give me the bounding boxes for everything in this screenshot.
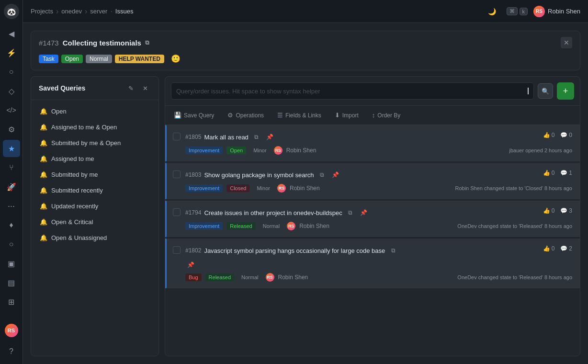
order-by-icon: ↕ <box>372 112 375 119</box>
order-by-label: Order By <box>377 112 400 119</box>
issue-name-1803: Show golang package in symbol search <box>204 171 314 179</box>
search-button[interactable]: 🔍 <box>538 83 553 99</box>
issue-checkbox-1802[interactable] <box>173 246 181 254</box>
comment-icon-1802: 💬 <box>560 245 567 252</box>
issue-row-1794[interactable]: #1794 Create issues in other project in … <box>165 201 580 238</box>
save-query-icon: 💾 <box>174 112 181 119</box>
order-by-button[interactable]: ↕ Order By <box>369 110 404 121</box>
theme-toggle-button[interactable]: 🌙 <box>484 3 501 20</box>
import-label: Import <box>342 112 359 119</box>
thumbs-up-1794[interactable]: 👍 0 <box>543 207 555 214</box>
comment-icon-1794: 💬 <box>560 207 567 214</box>
thumbs-up-1805[interactable]: 👍 0 <box>543 132 555 138</box>
saved-queries-header: Saved Queries ✎ ✕ <box>31 77 158 100</box>
breadcrumb-projects[interactable]: Projects <box>31 8 53 15</box>
user-avatar-sidebar[interactable]: RS <box>5 324 18 337</box>
save-query-label: Save Query <box>184 112 214 119</box>
badge-improvement-1803: Improvement <box>185 184 223 192</box>
comments-1803[interactable]: 💬 1 <box>560 170 572 176</box>
issue-copy-1794[interactable]: ⧉ <box>345 207 356 218</box>
issue-pin-1794[interactable]: 📌 <box>359 207 369 218</box>
top-nav-right: 🌙 ⌘ k RS Robin Shen <box>484 3 580 20</box>
bell-icon-4: 🔔 <box>40 155 47 162</box>
breadcrumb-sep-2: › <box>85 7 87 16</box>
breadcrumb-server[interactable]: server <box>90 8 107 15</box>
badge-minor-1803: Minor <box>253 184 273 192</box>
fields-links-label: Fields & Links <box>285 112 321 119</box>
saved-queries-close-button[interactable]: ✕ <box>139 82 151 94</box>
sidebar-item-collapse[interactable]: ◀ <box>3 25 20 42</box>
fields-links-button[interactable]: ☰ Fields & Links <box>274 110 324 121</box>
sidebar-item-diamond[interactable]: ♦ <box>3 216 20 234</box>
issue-title-area-1802: #1802 Javascript symbol parsing hangs oc… <box>185 245 538 256</box>
query-label-3: Submitted by me & Open <box>51 139 121 147</box>
sidebar-item-activity[interactable]: ○ <box>3 63 20 80</box>
issue-copy-1805[interactable]: ⧉ <box>251 132 262 142</box>
thumbs-up-icon-1794: 👍 <box>543 207 550 214</box>
query-item-submitted-open[interactable]: 🔔 Submitted by me & Open <box>35 136 155 150</box>
thumbs-up-1803[interactable]: 👍 0 <box>543 170 555 176</box>
sidebar-item-grid[interactable]: ▣ <box>3 255 20 272</box>
issue-pin-1802[interactable]: 📌 <box>185 260 196 270</box>
sidebar-item-chart[interactable]: ▤ <box>3 274 20 291</box>
comments-1794[interactable]: 💬 3 <box>560 207 572 214</box>
issue-close-button[interactable]: ✕ <box>561 37 572 48</box>
operations-button[interactable]: ⚙ Operations <box>225 110 267 121</box>
bell-icon-8: 🔔 <box>40 218 47 226</box>
import-button[interactable]: ⬇ Import <box>332 110 362 121</box>
issue-row-1803[interactable]: #1803 Show golang package in symbol sear… <box>165 163 580 200</box>
cmd-key: ⌘ <box>507 7 518 15</box>
issue-top-1802: #1802 Javascript symbol parsing hangs oc… <box>173 245 572 256</box>
thumbs-up-1802[interactable]: 👍 0 <box>543 245 555 252</box>
bell-icon-2: 🔔 <box>40 124 47 131</box>
issue-row-1805[interactable]: #1805 Mark all as read ⧉ 📌 👍 0 <box>165 125 580 162</box>
issue-row-1802[interactable]: #1802 Javascript symbol parsing hangs oc… <box>165 239 580 289</box>
issue-copy-button[interactable]: ⧉ <box>145 39 149 46</box>
query-item-submitted-me[interactable]: 🔔 Submitted by me <box>35 167 155 182</box>
sidebar-item-help[interactable]: ? <box>3 343 20 360</box>
query-label-1: Open <box>51 108 67 115</box>
add-issue-button[interactable]: + <box>557 82 574 100</box>
breadcrumb-onedev[interactable]: onedev <box>61 8 82 15</box>
thumbs-up-count-1794: 0 <box>552 207 555 214</box>
query-bar: 🔍 + <box>165 77 580 106</box>
query-item-assigned-open[interactable]: 🔔 Assigned to me & Open <box>35 120 155 135</box>
query-input-wrapper[interactable] <box>171 82 534 100</box>
sidebar-item-dashboard[interactable]: ⚡ <box>3 44 20 61</box>
issue-copy-1802[interactable]: ⧉ <box>388 245 398 256</box>
sidebar-item-issues[interactable]: ★ <box>3 140 20 157</box>
issue-checkbox-1803[interactable] <box>173 171 181 178</box>
sidebar-item-settings[interactable]: ⚙ <box>3 121 20 138</box>
user-name: Robin Shen <box>548 8 580 15</box>
issue-pin-1805[interactable]: 📌 <box>265 132 275 142</box>
bell-icon-7: 🔔 <box>40 203 47 210</box>
sidebar-item-code[interactable]: </> <box>3 102 20 119</box>
issue-actions-1794: 👍 0 💬 3 <box>543 207 572 214</box>
query-item-assigned-me[interactable]: 🔔 Assigned to me <box>35 151 155 166</box>
issue-checkbox-1794[interactable] <box>173 208 181 216</box>
user-menu[interactable]: RS Robin Shen <box>533 6 580 17</box>
sidebar-item-more[interactable]: ··· <box>3 197 20 215</box>
comments-1802[interactable]: 💬 2 <box>560 245 572 252</box>
sidebar-item-rocket[interactable]: 🚀 <box>3 178 20 195</box>
issue-copy-1803[interactable]: ⧉ <box>317 170 327 180</box>
app-logo[interactable]: 🐼 <box>4 4 19 19</box>
sidebar-item-packages[interactable]: ◇ <box>3 82 20 100</box>
sidebar-item-pulls[interactable]: ⑂ <box>3 159 20 176</box>
sidebar-item-circle[interactable]: ○ <box>3 236 20 253</box>
comment-count-1805: 0 <box>569 132 572 138</box>
saved-queries-edit-button[interactable]: ✎ <box>125 82 136 94</box>
comments-1805[interactable]: 💬 0 <box>560 132 572 138</box>
issue-pin-1803[interactable]: 📌 <box>330 170 340 180</box>
sidebar-item-puzzle[interactable]: ⊞ <box>3 293 20 310</box>
query-item-open[interactable]: 🔔 Open <box>35 104 155 119</box>
query-item-open-unassigned[interactable]: 🔔 Open & Unassigned <box>35 230 155 245</box>
save-query-button[interactable]: 💾 Save Query <box>171 110 217 121</box>
query-item-updated-recently[interactable]: 🔔 Updated recently <box>35 199 155 214</box>
query-item-submitted-recently[interactable]: 🔔 Submitted recently <box>35 183 155 198</box>
issue-bottom-1802: Bug Released Normal RS Robin Shen OneDev… <box>173 273 572 282</box>
issue-checkbox-1805[interactable] <box>173 133 181 140</box>
query-item-open-critical[interactable]: 🔔 Open & Critical <box>35 215 155 229</box>
query-input[interactable] <box>176 88 524 95</box>
avatar-1805: RS <box>274 146 283 155</box>
